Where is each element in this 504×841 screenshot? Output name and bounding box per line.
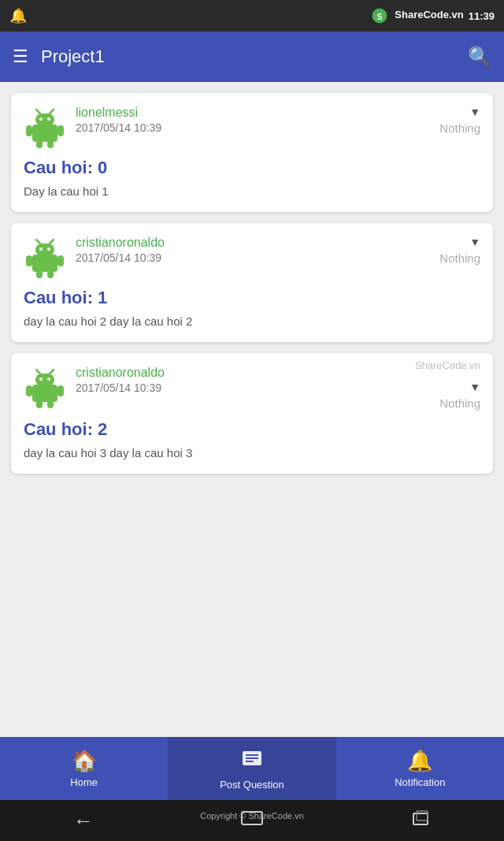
post-card-1[interactable]: cristianoronaldo 2017/05/14 10:39 ▼ Noth… (11, 223, 493, 342)
status-bar-right: S ShareCode.vn 11:39 (369, 8, 495, 24)
svg-rect-23 (35, 374, 54, 386)
post-status: Nothing (439, 121, 480, 135)
svg-rect-2 (32, 125, 57, 142)
bell-status-icon: 🔔 (9, 7, 27, 24)
svg-rect-22 (32, 385, 57, 402)
svg-rect-20 (36, 270, 43, 278)
post-datetime: 2017/05/14 10:39 (76, 121, 430, 134)
svg-point-4 (39, 117, 43, 121)
post-header: cristianoronaldo 2017/05/14 10:39 ShareC… (24, 366, 480, 410)
post-status: Nothing (439, 396, 480, 410)
post-right: ShareCode.vn ▼ Nothing (415, 366, 480, 410)
post-right: ▼ Nothing (439, 236, 480, 265)
dropdown-arrow-icon[interactable]: ▼ (469, 381, 480, 393)
post-datetime: 2017/05/14 10:39 (76, 251, 430, 264)
svg-rect-28 (26, 385, 32, 396)
brand-logo: S ShareCode.vn (369, 8, 464, 24)
svg-rect-18 (26, 255, 32, 266)
post-meta: cristianoronaldo 2017/05/14 10:39 (76, 366, 406, 394)
nav-item-home[interactable]: 🏠 Home (0, 737, 168, 800)
post-username: cristianoronaldo (76, 366, 406, 380)
post-username: lionelmessi (76, 106, 430, 120)
status-bar: 🔔 S ShareCode.vn 11:39 (0, 0, 504, 32)
post-body: day la cau hoi 2 day la cau hoi 2 (24, 313, 480, 329)
nav-item-notification[interactable]: 🔔 Notification (336, 737, 504, 800)
toolbar: ☰ Project1 🔍 (0, 32, 504, 82)
svg-point-5 (47, 117, 50, 121)
search-button[interactable]: 🔍 (468, 46, 491, 68)
post-question-icon (240, 747, 264, 776)
nav-label-home: Home (70, 776, 98, 788)
svg-rect-19 (57, 255, 64, 266)
svg-text:S: S (376, 13, 382, 21)
post-header: cristianoronaldo 2017/05/14 10:39 ▼ Noth… (24, 236, 480, 278)
post-body: day la cau hoi 3 day la cau hoi 3 (24, 445, 480, 461)
status-time: 11:39 (469, 10, 495, 22)
dropdown-arrow-icon[interactable]: ▼ (469, 106, 480, 118)
svg-rect-29 (57, 385, 64, 396)
nav-label-post-question: Post Question (220, 779, 284, 791)
post-meta: lionelmessi 2017/05/14 10:39 (76, 106, 430, 134)
svg-rect-13 (35, 244, 54, 256)
post-username: cristianoronaldo (76, 236, 430, 250)
post-title: Cau hoi: 2 (24, 419, 480, 440)
post-title: Cau hoi: 1 (24, 288, 480, 308)
svg-line-16 (36, 240, 40, 244)
page-title: Project1 (41, 47, 105, 67)
svg-rect-8 (26, 125, 32, 136)
svg-rect-12 (32, 255, 57, 272)
post-meta: cristianoronaldo 2017/05/14 10:39 (76, 236, 430, 264)
post-card-0[interactable]: lionelmessi 2017/05/14 10:39 ▼ Nothing C… (11, 93, 493, 212)
svg-point-15 (47, 247, 50, 251)
post-status: Nothing (439, 251, 480, 265)
post-datetime: 2017/05/14 10:39 (76, 381, 406, 394)
svg-point-24 (39, 378, 43, 381)
status-bar-left: 🔔 (9, 7, 27, 24)
svg-rect-3 (35, 113, 54, 126)
svg-rect-31 (47, 400, 54, 408)
dropdown-arrow-icon[interactable]: ▼ (469, 236, 480, 248)
nav-item-post-question[interactable]: Post Question (168, 737, 335, 800)
nav-label-notification: Notification (395, 776, 445, 788)
svg-line-26 (36, 370, 40, 374)
svg-line-17 (50, 240, 54, 244)
avatar (24, 106, 66, 148)
toolbar-left: ☰ Project1 (13, 47, 105, 67)
posts-container: lionelmessi 2017/05/14 10:39 ▼ Nothing C… (11, 93, 493, 474)
hamburger-menu-button[interactable]: ☰ (13, 48, 28, 65)
svg-rect-30 (36, 400, 43, 408)
svg-rect-11 (47, 140, 54, 148)
home-icon: 🏠 (72, 749, 97, 773)
svg-rect-21 (47, 270, 54, 278)
svg-line-27 (50, 370, 54, 374)
bottom-nav: 🏠 Home Post Question 🔔 Notification (0, 737, 504, 800)
watermark: ShareCode.vn (415, 359, 480, 371)
post-body: Day la cau hoi 1 (24, 183, 480, 199)
svg-rect-10 (36, 140, 43, 148)
post-card-2[interactable]: cristianoronaldo 2017/05/14 10:39 ShareC… (11, 353, 493, 474)
svg-line-6 (36, 110, 40, 113)
svg-point-14 (39, 247, 43, 251)
post-right: ▼ Nothing (439, 106, 480, 135)
svg-line-7 (50, 110, 54, 113)
copyright-text: Copyright © ShareCode.vn (0, 811, 504, 821)
avatar (24, 236, 66, 278)
post-list: lionelmessi 2017/05/14 10:39 ▼ Nothing C… (0, 82, 504, 737)
svg-rect-9 (57, 125, 64, 136)
post-title: Cau hoi: 0 (24, 158, 480, 178)
avatar (24, 366, 66, 408)
notification-icon: 🔔 (407, 749, 432, 773)
system-nav-bar: Copyright © ShareCode.vn ← (0, 800, 504, 841)
svg-point-25 (47, 378, 50, 381)
post-header: lionelmessi 2017/05/14 10:39 ▼ Nothing (24, 106, 480, 148)
